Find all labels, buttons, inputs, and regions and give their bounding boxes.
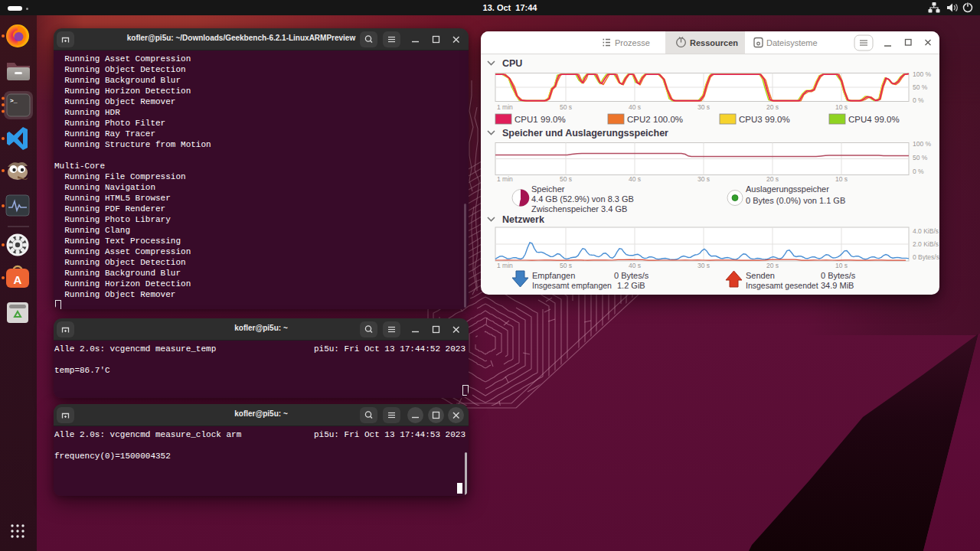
- svg-text:0 %: 0 %: [913, 168, 924, 175]
- svg-text:Netzwerk: Netzwerk: [502, 214, 544, 225]
- svg-text:10 s: 10 s: [835, 262, 848, 269]
- svg-text:4.0 KiB/s: 4.0 KiB/s: [913, 227, 939, 235]
- svg-text:0 Bytes/s: 0 Bytes/s: [821, 271, 856, 280]
- svg-text:Speicher: Speicher: [531, 184, 565, 194]
- svg-text:Insgesamt gesendet: Insgesamt gesendet: [746, 281, 818, 290]
- svg-text:20 s: 20 s: [766, 175, 779, 183]
- svg-text:2.0 KiB/s: 2.0 KiB/s: [913, 240, 939, 248]
- svg-text:1 min: 1 min: [497, 175, 513, 183]
- svg-text:0 Bytes/s: 0 Bytes/s: [614, 271, 649, 280]
- svg-text:Auslagerungsspeicher: Auslagerungsspeicher: [746, 184, 829, 194]
- svg-text:50 s: 50 s: [560, 103, 572, 111]
- svg-text:40 s: 40 s: [629, 103, 641, 111]
- svg-text:Zwischenspeicher 3.4 GB: Zwischenspeicher 3.4 GB: [531, 204, 627, 214]
- svg-text:0 Bytes/s: 0 Bytes/s: [913, 253, 939, 261]
- svg-text:50 %: 50 %: [913, 154, 928, 161]
- svg-text:10 s: 10 s: [835, 175, 848, 183]
- svg-text:40 s: 40 s: [629, 262, 641, 269]
- svg-text:0 %: 0 %: [913, 96, 924, 104]
- svg-text:>_: >_: [10, 97, 18, 104]
- svg-text:10 s: 10 s: [835, 103, 848, 111]
- svg-text:1 min: 1 min: [497, 262, 513, 269]
- svg-text:4.4 GB (52.9%) von 8.3 GB: 4.4 GB (52.9%) von 8.3 GB: [531, 194, 634, 204]
- svg-text:34.9 MiB: 34.9 MiB: [821, 281, 854, 290]
- svg-text:CPU4: CPU4: [848, 115, 872, 124]
- svg-text:Insgesamt empfangen: Insgesamt empfangen: [532, 281, 612, 290]
- svg-text:Senden: Senden: [746, 271, 775, 280]
- svg-text:99.0%: 99.0%: [765, 115, 790, 124]
- svg-text:30 s: 30 s: [697, 262, 710, 269]
- svg-text:100 %: 100 %: [913, 70, 932, 78]
- svg-text:1.2 GiB: 1.2 GiB: [617, 281, 645, 290]
- svg-text:99.0%: 99.0%: [541, 115, 566, 124]
- svg-text:20 s: 20 s: [766, 262, 779, 269]
- svg-text:30 s: 30 s: [697, 175, 710, 183]
- svg-text:40 s: 40 s: [629, 175, 641, 183]
- svg-text:A: A: [14, 273, 22, 286]
- svg-text:99.0%: 99.0%: [874, 115, 900, 124]
- svg-text:1 min: 1 min: [497, 103, 513, 111]
- svg-text:50 s: 50 s: [560, 262, 572, 269]
- svg-text:Speicher und Auslagerungsspeic: Speicher und Auslagerungsspeicher: [502, 128, 668, 139]
- svg-text:Empfangen: Empfangen: [532, 271, 575, 280]
- svg-text:50 %: 50 %: [913, 83, 928, 91]
- svg-text:0 Bytes (0.0%) von 1.1 GB: 0 Bytes (0.0%) von 1.1 GB: [746, 196, 845, 205]
- svg-text:100 %: 100 %: [913, 140, 932, 148]
- svg-text:CPU: CPU: [502, 58, 522, 69]
- svg-text:50 s: 50 s: [560, 175, 572, 183]
- svg-text:100.0%: 100.0%: [653, 115, 683, 124]
- svg-text:CPU1: CPU1: [514, 115, 538, 124]
- svg-text:CPU3: CPU3: [739, 115, 763, 124]
- svg-text:CPU2: CPU2: [627, 115, 651, 124]
- svg-text:20 s: 20 s: [766, 103, 779, 111]
- svg-text:30 s: 30 s: [697, 103, 710, 111]
